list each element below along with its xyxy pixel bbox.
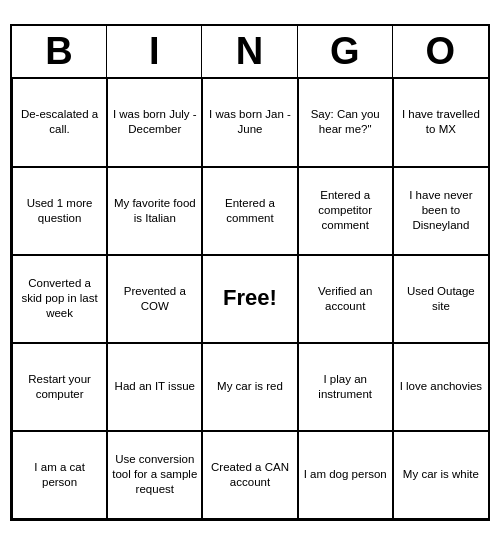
bingo-cell: I have never been to Disneyland	[393, 167, 488, 255]
bingo-cell: Verified an account	[298, 255, 393, 343]
bingo-cell: Created a CAN account	[202, 431, 297, 519]
bingo-letter: N	[202, 26, 297, 77]
bingo-cell: Used 1 more question	[12, 167, 107, 255]
bingo-cell: I play an instrument	[298, 343, 393, 431]
bingo-cell: Entered a competitor comment	[298, 167, 393, 255]
bingo-letter: G	[298, 26, 393, 77]
bingo-letter: O	[393, 26, 488, 77]
bingo-letter: I	[107, 26, 202, 77]
bingo-letter: B	[12, 26, 107, 77]
bingo-cell: Prevented a COW	[107, 255, 202, 343]
bingo-cell: My car is red	[202, 343, 297, 431]
bingo-cell: I am a cat person	[12, 431, 107, 519]
bingo-cell: Converted a skid pop in last week	[12, 255, 107, 343]
bingo-cell: De-escalated a call.	[12, 79, 107, 167]
bingo-cell: My car is white	[393, 431, 488, 519]
bingo-cell: Free!	[202, 255, 297, 343]
bingo-cell: Had an IT issue	[107, 343, 202, 431]
bingo-cell: Used Outage site	[393, 255, 488, 343]
bingo-cell: Say: Can you hear me?"	[298, 79, 393, 167]
bingo-cell: Use conversion tool for a sample request	[107, 431, 202, 519]
bingo-cell: I love anchovies	[393, 343, 488, 431]
bingo-cell: Entered a comment	[202, 167, 297, 255]
bingo-card: BINGO De-escalated a call.I was born Jul…	[10, 24, 490, 521]
bingo-header: BINGO	[12, 26, 488, 79]
bingo-cell: My favorite food is Italian	[107, 167, 202, 255]
bingo-cell: Restart your computer	[12, 343, 107, 431]
bingo-cell: I was born Jan - June	[202, 79, 297, 167]
bingo-grid: De-escalated a call.I was born July - De…	[12, 79, 488, 519]
bingo-cell: I have travelled to MX	[393, 79, 488, 167]
bingo-cell: I was born July - December	[107, 79, 202, 167]
bingo-cell: I am dog person	[298, 431, 393, 519]
